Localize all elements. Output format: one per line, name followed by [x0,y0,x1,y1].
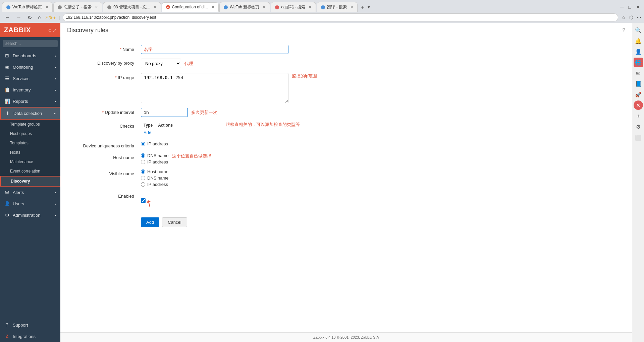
dashboards-arrow: ▸ [55,54,56,58]
close-button[interactable]: ✕ [634,4,642,10]
device-uniqueness-ip-radio[interactable] [141,142,145,146]
tab-close-6[interactable]: ✕ [309,5,312,9]
visible-name-dns-option[interactable]: DNS name [141,176,342,181]
tab-qq-mail[interactable]: qq邮箱 - 搜索 ✕ [271,2,316,12]
right-icon-gear[interactable]: ⚙ [634,122,643,131]
sidebar-sub-item-maintenance[interactable]: Maintenance [0,157,60,166]
home-button[interactable]: ⌂ [36,14,43,21]
sidebar-expand-icon[interactable]: ⤢ [52,27,56,33]
host-name-label: Host name [74,153,141,160]
sidebar-sub-item-host-groups[interactable]: Host groups [0,129,60,138]
right-icon-rocket[interactable]: 🚀 [634,90,643,99]
right-icon-bell[interactable]: 🔔 [634,36,643,46]
tab-close-5[interactable]: ✕ [263,5,266,9]
name-input[interactable] [141,45,288,54]
sidebar-item-services[interactable]: ☰ Services ▸ [0,73,60,84]
sidebar-item-monitoring[interactable]: ◉ Monitoring ▸ [0,61,60,73]
logo-text: ZABBIX [4,26,31,34]
sidebar-item-label: Integrations [13,334,36,339]
sidebar-item-support[interactable]: ? Support [0,319,60,331]
forward-button[interactable]: → [14,14,23,21]
tab-bar: WeTab 新标签页 ✕ 忘情公子 - 搜索 ✕ 08 管理大项目 - 忘...… [0,0,644,12]
host-name-dns-option[interactable]: DNS name [141,153,169,158]
right-icon-globe[interactable]: 🌐 [634,58,643,67]
alerts-arrow: ▸ [55,191,56,194]
tab-list-button[interactable]: ▾ [368,4,370,10]
sidebar-sub-item-templates[interactable]: Templates [0,138,60,148]
sidebar-sub-item-hosts[interactable]: Hosts [0,148,60,157]
right-icon-blue[interactable]: 📘 [634,79,643,88]
sidebar-sub-item-template-groups[interactable]: Template groups [0,120,60,129]
update-interval-control: 多久更新一次 [141,108,342,117]
tab-wetab-1[interactable]: WeTab 新标签页 ✕ [2,2,53,12]
ip-range-textarea[interactable]: 192.168.0.1-254 [141,73,288,103]
extensions-button[interactable]: ⬡ [629,15,633,20]
sidebar-sub-item-discovery[interactable]: Discovery [0,176,60,187]
footer-text: Zabbix 6.4.10 © 2001–2023, Zabbix SIA [313,335,379,339]
host-name-ip-option[interactable]: IP address [141,159,169,164]
form-row-host-name: Host name DNS name IP address [74,153,619,164]
sidebar-item-data-collection[interactable]: ⬇ Data collection ▾ [0,107,60,120]
tab-doc-1[interactable]: 08 管理大项目 - 忘... ✕ [103,2,161,12]
tab-close-7[interactable]: ✕ [350,5,353,9]
bookmark-button[interactable]: ☆ [622,15,626,20]
right-icon-search[interactable]: 🔍 [634,25,643,35]
checks-label: Checks [74,122,141,129]
minimize-button[interactable]: ─ [618,4,626,10]
address-input[interactable] [63,13,618,21]
sidebar-item-label: Services [13,76,30,81]
tab-close-4[interactable]: ✕ [211,5,214,9]
help-icon[interactable]: ? [622,27,625,33]
tab-translate[interactable]: 翻译 - 搜索 ✕ [317,2,358,12]
new-tab-button[interactable]: ＋ [360,3,366,11]
visible-name-host-option[interactable]: Host name [141,169,342,174]
content-body: Name Discovery by proxy No proxy 代理 [60,38,632,332]
device-uniqueness-ip-option[interactable]: IP address [141,141,342,146]
sidebar-item-dashboards[interactable]: ⊞ Dashboards ▸ [0,50,60,61]
visible-name-dns-radio[interactable] [141,176,145,180]
host-name-ip-radio[interactable] [141,160,145,164]
tab-close-1[interactable]: ✕ [45,5,48,9]
tab-close-3[interactable]: ✕ [154,5,157,9]
tab-close-2[interactable]: ✕ [95,5,98,9]
visible-name-ip-radio[interactable] [141,182,145,187]
page-footer: Zabbix 6.4.10 © 2001–2023, Zabbix SIA [60,332,632,342]
sidebar-item-reports[interactable]: 📊 Reports ▸ [0,95,60,107]
sidebar-collapse-icon[interactable]: « [48,27,51,33]
more-button[interactable]: ⋯ [637,15,641,20]
right-icon-x[interactable]: ✕ [634,100,643,110]
sidebar-item-users[interactable]: 👤 Users ▸ [0,198,60,209]
tab-wetab-2[interactable]: WeTab 新标签页 ✕ [219,2,270,12]
restore-button[interactable]: □ [627,4,633,10]
sidebar-item-integrations[interactable]: Z Integrations [0,331,60,342]
tab-zabbix-active[interactable]: Z Configuration of di... ✕ [162,2,219,12]
sidebar-sub-item-event-correlation[interactable]: Event correlation [0,166,60,176]
form-row-visible-name: Visible name Host name DNS name [74,169,619,187]
sidebar-item-alerts[interactable]: ✉ Alerts ▸ [0,187,60,198]
add-button[interactable]: Add [141,217,159,227]
right-icon-user[interactable]: 👤 [634,47,643,56]
checks-add-link[interactable]: Add [144,130,151,135]
cancel-button[interactable]: Cancel [162,217,187,227]
back-button[interactable]: ← [3,14,12,21]
enabled-control: ↙ [141,192,342,209]
content-area: Discovery rules ? Name Discovery by prox… [60,23,632,342]
checks-table: Type Actions Add [141,122,222,137]
sidebar-item-label: Monitoring [13,65,33,70]
browser-chrome: WeTab 新标签页 ✕ 忘情公子 - 搜索 ✕ 08 管理大项目 - 忘...… [0,0,644,23]
host-name-dns-radio[interactable] [141,153,145,158]
right-icon-plus[interactable]: ＋ [634,111,643,121]
visible-name-ip-option[interactable]: IP address [141,182,342,187]
sidebar-item-administration[interactable]: ⚙ Administration ▸ [0,209,60,221]
visible-name-ip-label: IP address [147,182,168,187]
update-interval-input[interactable] [141,108,188,117]
sidebar-item-inventory[interactable]: 📋 Inventory ▸ [0,84,60,95]
visible-name-host-radio[interactable] [141,169,145,174]
sidebar-search-input[interactable] [3,40,58,47]
refresh-button[interactable]: ↻ [25,14,34,21]
proxy-select[interactable]: No proxy [141,59,181,68]
proxy-label: Discovery by proxy [74,59,141,66]
tab-search-1[interactable]: 忘情公子 - 搜索 ✕ [53,2,102,12]
right-icon-square[interactable]: ⬜ [634,133,643,142]
right-icon-mail[interactable]: ✉ [634,68,643,78]
